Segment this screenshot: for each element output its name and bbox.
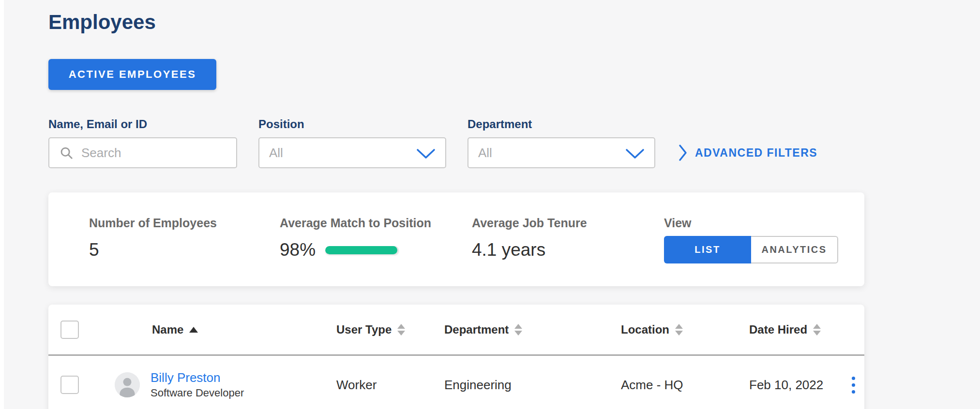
stat-value: 5 xyxy=(89,240,280,260)
position-select-value: All xyxy=(269,146,283,161)
view-toggle: LIST ANALYTICS xyxy=(664,236,838,263)
department-filter: Department All xyxy=(467,117,655,168)
row-checkbox[interactable] xyxy=(60,376,79,394)
employee-name-link[interactable]: Billy Preston xyxy=(151,370,244,385)
sort-icon xyxy=(813,324,821,336)
match-progress-bar xyxy=(325,246,399,254)
summary-card: Number of Employees 5 Average Match to P… xyxy=(48,192,864,286)
page-title: Employees xyxy=(48,0,864,35)
cell-department: Engineering xyxy=(444,378,621,393)
stat-value: 98% xyxy=(280,240,316,260)
advanced-filters-label: ADVANCED FILTERS xyxy=(695,146,817,160)
stat-average-tenure: Average Job Tenure 4.1 years xyxy=(472,216,664,286)
stat-label: Average Match to Position xyxy=(280,216,472,230)
left-edge-strip xyxy=(0,0,4,409)
sort-icon xyxy=(675,324,683,336)
view-label: View xyxy=(664,216,838,230)
advanced-filters-link[interactable]: ADVANCED FILTERS xyxy=(678,137,817,168)
position-filter: Position All xyxy=(258,117,446,168)
stat-number-of-employees: Number of Employees 5 xyxy=(89,216,280,286)
chevron-down-icon xyxy=(625,148,645,160)
sort-icon xyxy=(514,324,522,336)
department-select[interactable]: All xyxy=(467,137,655,168)
position-select[interactable]: All xyxy=(258,137,446,168)
search-input[interactable] xyxy=(81,146,226,161)
filters-bar: Name, Email or ID Position All Departmen… xyxy=(48,117,864,168)
sort-ascending-icon xyxy=(189,327,198,333)
view-toggle-analytics[interactable]: ANALYTICS xyxy=(751,236,838,263)
stat-value: 4.1 years xyxy=(472,240,664,260)
column-header-date-hired[interactable]: Date Hired xyxy=(749,323,843,336)
search-field[interactable] xyxy=(48,137,237,168)
search-filter: Name, Email or ID xyxy=(48,117,237,168)
chevron-right-icon xyxy=(678,144,688,162)
employees-table: Name User Type Department Location Date … xyxy=(48,305,864,409)
table-header-row: Name User Type Department Location Date … xyxy=(48,305,864,356)
stat-label: Average Job Tenure xyxy=(472,216,664,230)
stat-average-match: Average Match to Position 98% xyxy=(280,216,472,286)
column-header-department[interactable]: Department xyxy=(444,323,621,336)
column-header-user-type[interactable]: User Type xyxy=(336,323,444,336)
chevron-down-icon xyxy=(416,148,436,160)
active-employees-button[interactable]: ACTIVE EMPLOYEES xyxy=(48,59,216,90)
position-filter-label: Position xyxy=(258,117,446,131)
employee-job-title: Software Developer xyxy=(151,386,244,400)
department-select-value: All xyxy=(478,146,492,161)
department-filter-label: Department xyxy=(467,117,655,131)
table-row: Billy Preston Software Developer Worker … xyxy=(48,356,864,409)
employees-page: Employees ACTIVE EMPLOYEES Name, Email o… xyxy=(48,0,864,409)
search-filter-label: Name, Email or ID xyxy=(48,117,237,131)
column-header-location[interactable]: Location xyxy=(621,323,749,336)
view-toggle-list[interactable]: LIST xyxy=(664,236,751,263)
avatar xyxy=(115,372,140,397)
cell-user-type: Worker xyxy=(336,378,444,393)
sort-icon xyxy=(397,324,405,336)
column-header-name[interactable]: Name xyxy=(100,323,336,336)
row-menu-kebab-icon[interactable] xyxy=(849,374,858,396)
cell-date-hired: Feb 10, 2022 xyxy=(749,378,843,393)
select-all-checkbox[interactable] xyxy=(60,321,79,339)
stat-label: Number of Employees xyxy=(89,216,280,230)
cell-location: Acme - HQ xyxy=(621,378,749,393)
view-switcher: View LIST ANALYTICS xyxy=(664,216,838,286)
search-icon xyxy=(59,146,74,160)
